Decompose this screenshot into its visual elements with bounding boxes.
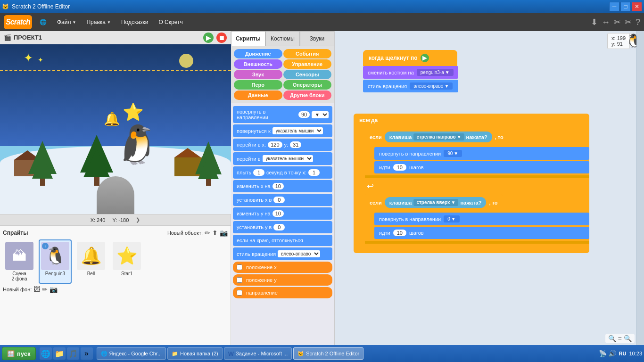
category-operators[interactable]: Операторы <box>283 80 332 90</box>
rotation-dropdown[interactable]: влево-вправо ▼ <box>410 82 453 90</box>
taskbar-word-app[interactable]: W Задание - Microsoft ... <box>224 347 292 360</box>
towards-select[interactable]: указатель мышки <box>272 127 323 134</box>
zoom-in-button[interactable]: 🔍 <box>624 335 632 342</box>
fullscreen-icon[interactable]: ↔ <box>602 17 610 27</box>
rotation-select[interactable]: влево-вправо <box>278 250 320 257</box>
tab-sounds[interactable]: Звуки <box>300 31 334 46</box>
steps-value-1: 10 <box>393 164 406 171</box>
category-motion[interactable]: Движение <box>234 49 282 58</box>
direction-90-dropdown[interactable]: 90 ▼ <box>444 150 462 157</box>
key-dropdown-2[interactable]: стрелка вверх ▼ <box>413 199 458 206</box>
penguin3-name: Penguin3 <box>41 271 69 276</box>
taskbar-scratch-app[interactable]: 🐱 Scratch 2 Offline Editor <box>293 347 363 360</box>
category-sound[interactable]: Звук <box>234 70 282 79</box>
help-icon[interactable]: ? <box>636 17 640 27</box>
hat-block-flag[interactable]: когда щелкнут по ▶ <box>363 50 457 66</box>
if-header-2[interactable]: если клавиша стрелка вверх ▼ нажата? , т… <box>365 194 503 211</box>
stop-button[interactable]: ⏹ <box>216 33 227 43</box>
block-move-10-1[interactable]: идти 10 шагов <box>374 161 589 173</box>
script-area[interactable]: ? когда щелкнут по ▶ сменить костюм на p… <box>335 31 644 345</box>
expand-icon[interactable]: ❯ <box>136 217 140 223</box>
upload-sprite-button[interactable]: ⬆ <box>212 229 218 237</box>
star1-item[interactable]: ⭐ Star1 <box>110 239 143 284</box>
y-position-checkbox[interactable] <box>237 277 242 283</box>
block-glide[interactable]: плыть 1 секунд в точку x: 1 <box>233 166 332 179</box>
minimize-button[interactable]: ─ <box>609 2 619 11</box>
key-pressed-boolean-1[interactable]: клавиша стрелка направо ▼ нажата? <box>385 132 492 142</box>
maximize-button[interactable]: □ <box>620 2 631 11</box>
block-change-x[interactable]: изменить х на 10 <box>233 180 332 192</box>
scissors-icon[interactable]: ✂ <box>614 17 621 27</box>
draw-backdrop-button[interactable]: 🖼 <box>33 286 40 293</box>
block-switch-costume[interactable]: сменить костюм на penguin3-a ▼ <box>363 66 458 79</box>
main-area: 🎬 ПРОЕКТ1 ▶ ⏹ ✦ ✦ <box>0 31 644 345</box>
category-more[interactable]: Другие блоки <box>283 90 332 100</box>
block-set-x[interactable]: установить х в 0 <box>233 194 332 206</box>
taskbar-folder-app[interactable]: 📁 Новая папка (2) <box>167 347 223 360</box>
globe-icon[interactable]: 🌐 <box>37 17 50 27</box>
direction-0-dropdown[interactable]: 0 ▼ <box>444 215 459 222</box>
block-turn-90[interactable]: повернуть в направлении 90 ▼ <box>374 147 589 160</box>
block-rotation-style[interactable]: стиль вращения влево-вправо <box>233 247 332 260</box>
new-backdrop-label: Новый фон: <box>3 287 32 292</box>
penguin3-item[interactable]: i 🐧 Penguin3 <box>39 239 72 284</box>
block-move-10-2[interactable]: идти 10 шагов <box>374 227 589 239</box>
penguin-sprite[interactable]: 🐧 <box>113 123 160 167</box>
taskbar-media-icon[interactable]: 🎵 <box>67 347 79 360</box>
taskbar-folder-icon[interactable]: 📁 <box>53 347 66 360</box>
menu-tips[interactable]: Подсказки <box>118 17 151 27</box>
if-bottom-2 <box>365 241 589 244</box>
draw-sprite-button[interactable]: ✏ <box>205 229 210 237</box>
block-change-y[interactable]: изменить у на 10 <box>233 207 332 220</box>
direction-checkbox[interactable] <box>237 290 242 296</box>
tab-costumes[interactable]: Костюмы <box>265 31 300 46</box>
category-events[interactable]: События <box>283 49 332 58</box>
category-pen[interactable]: Перо <box>234 80 282 90</box>
block-set-rotation[interactable]: стиль вращения влево-вправо ▼ <box>363 80 458 92</box>
block-set-y[interactable]: установить у в 0 <box>233 221 332 233</box>
camera-backdrop-button[interactable]: 📷 <box>50 286 58 293</box>
menu-about[interactable]: О Скретч <box>156 17 185 27</box>
block-goto-sprite[interactable]: перейти в указатель мышки <box>233 152 332 165</box>
tab-scripts[interactable]: Скрипты <box>231 31 265 46</box>
block-point-towards[interactable]: повернуться к указатель мышки <box>233 124 332 137</box>
key-dropdown-1[interactable]: стрелка направо ▼ <box>413 133 464 140</box>
category-sensors[interactable]: Сенсоры <box>283 70 332 79</box>
category-data[interactable]: Данные <box>234 90 282 100</box>
green-flag-button[interactable]: ▶ <box>203 33 214 43</box>
sprites-list: 🏔 Сцена2 фона i 🐧 Penguin3 🔔 Bell <box>3 239 228 284</box>
goto-select[interactable]: указатель мышки <box>263 155 313 162</box>
camera-sprite-button[interactable]: 📷 <box>220 229 228 237</box>
upload-backdrop-button[interactable]: ✏ <box>42 286 48 293</box>
bell-item[interactable]: 🔔 Bell <box>74 239 107 284</box>
close-button[interactable]: ✕ <box>632 2 642 11</box>
if-header-1[interactable]: если клавиша стрелка направо ▼ нажата? ,… <box>365 129 508 145</box>
block-goto-xy[interactable]: перейти в x: 120 у: 31 <box>233 139 332 151</box>
menu-file[interactable]: Файл ▼ <box>54 17 79 27</box>
taskbar-more-icon[interactable]: » <box>81 347 93 360</box>
taskbar-ie-icon[interactable]: 🌐 <box>40 347 52 360</box>
copy-icon[interactable]: ✂ <box>625 17 632 27</box>
category-control[interactable]: Управление <box>283 59 332 69</box>
block-direction[interactable]: направление <box>233 287 332 298</box>
category-looks[interactable]: Внешность <box>234 59 282 69</box>
start-button[interactable]: 🪟 пуск <box>2 347 36 360</box>
block-turn-direction[interactable]: повернуть в направлении 90 ▼ <box>233 106 332 123</box>
scene-item[interactable]: 🏔 Сцена2 фона <box>3 239 36 284</box>
menu-edit[interactable]: Правка ▼ <box>83 17 113 27</box>
key-pressed-boolean-2[interactable]: клавиша стрелка вверх ▼ нажата? <box>385 197 487 208</box>
taskbar-chrome-app[interactable]: 🌐 Яндекс - Google Chr... <box>97 347 166 360</box>
block-turn-0[interactable]: повернуть в направлении 0 ▼ <box>374 213 589 225</box>
costume-dropdown[interactable]: penguin3-a ▼ <box>417 69 454 76</box>
block-bounce[interactable]: если на краю, оттолкнуться <box>233 235 332 246</box>
x-position-checkbox[interactable] <box>237 264 242 270</box>
hat-block-forever[interactable]: всегда <box>354 114 589 127</box>
script-scrollbar[interactable] <box>636 31 644 345</box>
download-icon[interactable]: ⬇ <box>591 17 598 27</box>
block-x-position[interactable]: положение х <box>233 262 332 273</box>
zoom-reset-button[interactable]: = <box>618 335 622 342</box>
taskbar-right: 📡 🔊 RU 10:23 <box>599 350 642 357</box>
zoom-out-button[interactable]: 🔍 <box>608 335 616 342</box>
block-y-position[interactable]: положение у <box>233 274 332 286</box>
direction-select[interactable]: ▼ <box>312 111 329 118</box>
